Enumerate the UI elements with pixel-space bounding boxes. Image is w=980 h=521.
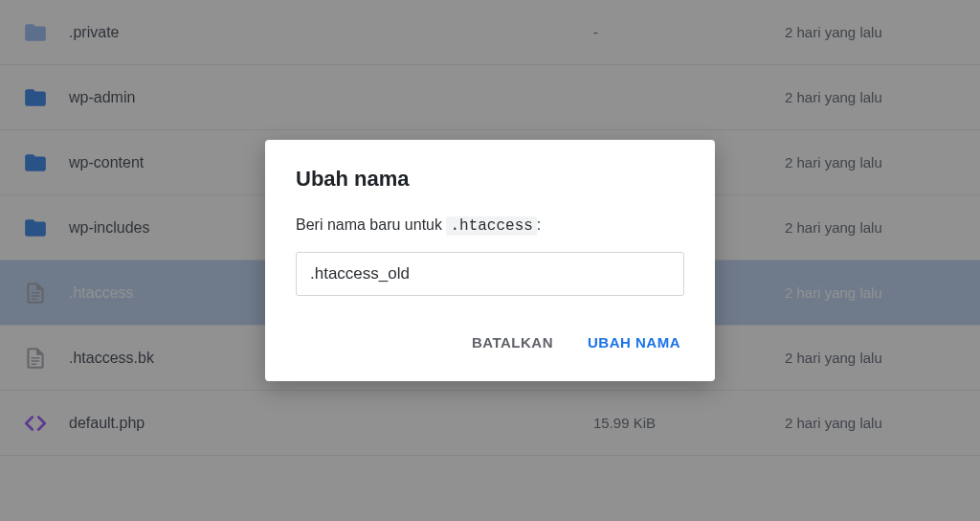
cancel-button[interactable]: BATALKAN bbox=[468, 327, 557, 358]
confirm-rename-button[interactable]: UBAH NAMA bbox=[584, 327, 684, 358]
dialog-label-suffix: : bbox=[537, 216, 541, 233]
dialog-title: Ubah nama bbox=[296, 167, 684, 192]
modal-overlay: Ubah nama Beri nama baru untuk .htaccess… bbox=[0, 0, 980, 521]
dialog-current-filename: .htaccess bbox=[446, 216, 536, 236]
dialog-label-prefix: Beri nama baru untuk bbox=[296, 216, 446, 233]
rename-dialog: Ubah nama Beri nama baru untuk .htaccess… bbox=[265, 140, 715, 381]
dialog-label: Beri nama baru untuk .htaccess: bbox=[296, 216, 684, 235]
dialog-actions: BATALKAN UBAH NAMA bbox=[296, 327, 684, 358]
rename-input[interactable] bbox=[296, 252, 684, 296]
